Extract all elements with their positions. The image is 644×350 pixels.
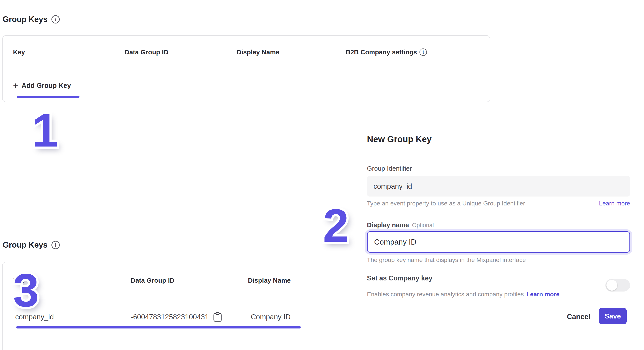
display-name-input[interactable]	[367, 231, 630, 253]
company-key-label: Set as Company key	[367, 274, 432, 282]
display-name-helper: The group key name that displays in the …	[367, 257, 526, 263]
display-name-label-row: Display name Optional	[367, 221, 434, 229]
company-key-toggle[interactable]	[605, 279, 630, 291]
step3-annotation: 3	[13, 267, 38, 314]
group-keys-table-after: Key Data Group ID Display Name company_i…	[2, 262, 305, 350]
info-icon[interactable]: i	[52, 15, 60, 24]
display-name-label: Display name	[367, 221, 409, 229]
page-title: Group Keys	[2, 15, 48, 24]
group-keys-heading-bottom: Group Keys i	[2, 240, 60, 250]
cancel-button[interactable]: Cancel	[564, 311, 593, 322]
group-identifier-helper-row: Type an event property to use as a Uniqu…	[367, 200, 630, 207]
column-header-data-group-id: Data Group ID	[125, 36, 168, 69]
column-header-data-group-id: Data Group ID	[131, 262, 174, 299]
step1-annotation: 1	[32, 107, 57, 154]
column-header-b2b-company-settings: B2B Company settings i	[346, 36, 427, 69]
table-header-divider	[2, 69, 490, 69]
save-button[interactable]: Save	[599, 308, 627, 324]
add-group-key-label: Add Group Key	[22, 82, 71, 90]
plus-icon: +	[13, 81, 18, 90]
step3-highlight-underline	[16, 326, 301, 328]
group-keys-table-before: Key Data Group ID Display Name B2B Compa…	[2, 35, 490, 102]
page-title: Group Keys	[2, 240, 48, 250]
copy-icon[interactable]	[213, 312, 222, 322]
group-keys-heading-top: Group Keys i	[2, 15, 60, 24]
learn-more-link[interactable]: Learn more	[526, 291, 560, 298]
learn-more-link[interactable]: Learn more	[599, 200, 630, 207]
row-cell-data-group-id: -6004783125823100431	[131, 299, 222, 335]
table-row-divider	[2, 335, 305, 335]
group-identifier-input[interactable]	[367, 176, 630, 197]
info-icon[interactable]: i	[52, 241, 60, 249]
column-header-display-name: Display Name	[237, 36, 280, 69]
group-keys-settings-page: { "colors": { "accent": "#5347d6", "anno…	[0, 0, 644, 350]
column-header-display-name: Display Name	[248, 262, 291, 299]
group-identifier-helper: Type an event property to use as a Uniqu…	[367, 200, 525, 207]
company-key-helper-row: Enables company revenue analytics and co…	[367, 291, 560, 298]
info-icon[interactable]: i	[420, 49, 427, 56]
column-header-key: Key	[13, 36, 25, 69]
form-title: New Group Key	[367, 134, 432, 144]
optional-tag: Optional	[412, 222, 434, 229]
step1-highlight-underline	[17, 96, 80, 98]
toggle-knob	[606, 280, 617, 291]
row-cell-display-name: Company ID	[251, 299, 290, 335]
company-key-helper: Enables company revenue analytics and co…	[367, 291, 526, 298]
group-identifier-label: Group Identifier	[367, 165, 412, 172]
step2-annotation: 2	[323, 202, 348, 249]
